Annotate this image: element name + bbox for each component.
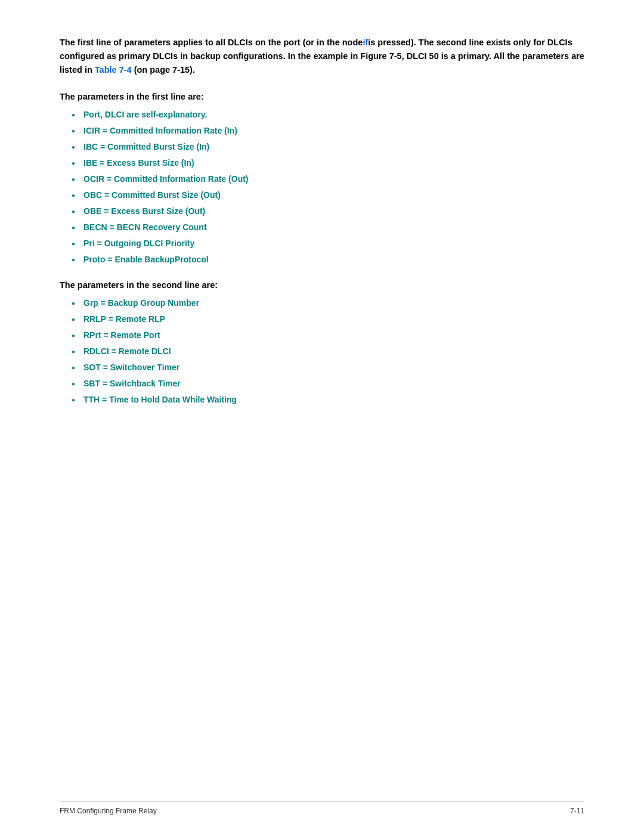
item-definition: Switchover Timer (110, 363, 179, 372)
item-definition: Backup Group Number (108, 298, 199, 308)
table-link[interactable]: Table 7-4 (92, 65, 132, 75)
list-item: IBE = Excess Burst Size (In) (72, 157, 584, 169)
item-equals: = (104, 206, 111, 216)
list-item: BECN = BECN Recovery Count (72, 221, 584, 234)
page-footer: FRM Configuring Frame Relay 7-11 (60, 801, 584, 815)
first-line-list: Port, DLCI are self-explanatory. ICIR = … (60, 109, 584, 266)
item-definition: Committed Information Rate (Out) (114, 174, 249, 184)
item-keyword: Port, DLCI (83, 110, 124, 119)
item-keyword: RRLP (83, 314, 106, 324)
item-keyword: SBT (83, 379, 100, 388)
item-equals: = (101, 298, 108, 308)
item-keyword: Pri (83, 239, 95, 248)
first-line-heading: The parameters in the first line are: (60, 92, 584, 101)
item-definition: Committed Information Rate (In) (110, 126, 237, 135)
item-definition: Committed Burst Size (In) (107, 142, 209, 151)
item-equals: = (103, 363, 110, 372)
page-container: The first line of parameters applies to … (0, 0, 644, 833)
item-definition: Remote Port (111, 330, 160, 340)
item-equals: = (100, 158, 107, 168)
list-item: ICIR = Committed Information Rate (In) (72, 125, 584, 137)
footer-left-text: FRM Configuring Frame Relay (60, 807, 157, 815)
item-keyword: OBC (83, 190, 102, 200)
list-item: TTH = Time to Hold Data While Waiting (72, 394, 584, 406)
item-keyword: IBC (83, 142, 98, 151)
intro-paragraph: The first line of parameters applies to … (60, 36, 584, 78)
item-definition: BECN Recovery Count (117, 222, 207, 232)
list-item: IBC = Committed Burst Size (In) (72, 141, 584, 153)
item-equals: = (110, 222, 117, 232)
list-item: RPrt = Remote Port (72, 329, 584, 342)
item-keyword: ICIR (83, 126, 100, 135)
list-item: OBC = Committed Burst Size (Out) (72, 189, 584, 202)
item-equals: = (100, 142, 107, 151)
item-equals: = (103, 379, 110, 388)
item-keyword: Grp (83, 298, 98, 308)
item-definition: Outgoing DLCI Priority (104, 239, 195, 248)
item-equals: = (107, 174, 114, 184)
footer-right-text: 7-11 (570, 807, 584, 815)
list-item: SOT = Switchover Timer (72, 361, 584, 374)
item-equals: = (104, 190, 112, 200)
second-line-heading: The parameters in the second line are: (60, 280, 584, 290)
item-keyword: OCIR (83, 174, 104, 184)
item-definition: Enable BackupProtocol (115, 255, 209, 264)
item-equals: = (109, 314, 116, 324)
item-equals: = (112, 346, 119, 356)
item-keyword: RDLCI (83, 346, 109, 356)
list-item: SBT = Switchback Timer (72, 377, 584, 390)
list-item: Proto = Enable BackupProtocol (72, 253, 584, 266)
item-keyword: Proto (83, 255, 106, 264)
item-keyword: RPrt (83, 330, 101, 340)
item-keyword: OBE (83, 206, 101, 216)
item-equals: = (102, 395, 109, 404)
item-definition: Remote DLCI (119, 346, 171, 356)
item-definition: Excess Burst Size (Out) (111, 206, 205, 216)
list-item: RDLCI = Remote DLCI (72, 345, 584, 358)
list-item: Port, DLCI are self-explanatory. (72, 109, 584, 121)
item-keyword: BECN (83, 222, 107, 232)
item-definition: Time to Hold Data While Waiting (109, 395, 237, 404)
list-item: Grp = Backup Group Number (72, 297, 584, 309)
item-equals: = (97, 239, 104, 248)
item-definition: Committed Burst Size (Out) (112, 190, 221, 200)
item-keyword: IBE (83, 158, 97, 168)
item-keyword: TTH (83, 395, 100, 404)
item-equals: = (107, 255, 114, 264)
item-definition: are self-explanatory. (126, 110, 207, 119)
list-item: RRLP = Remote RLP (72, 313, 584, 326)
item-definition: Excess Burst Size (In) (107, 158, 194, 168)
list-item: Pri = Outgoing DLCI Priority (72, 237, 584, 250)
item-keyword: SOT (83, 363, 101, 372)
item-equals: = (103, 330, 110, 340)
list-item: OCIR = Committed Information Rate (Out) (72, 173, 584, 185)
second-line-list: Grp = Backup Group Number RRLP = Remote … (60, 297, 584, 406)
list-item: OBE = Excess Burst Size (Out) (72, 205, 584, 218)
item-definition: Remote RLP (116, 314, 165, 324)
item-definition: Switchback Timer (110, 379, 181, 388)
item-equals: = (103, 126, 110, 135)
